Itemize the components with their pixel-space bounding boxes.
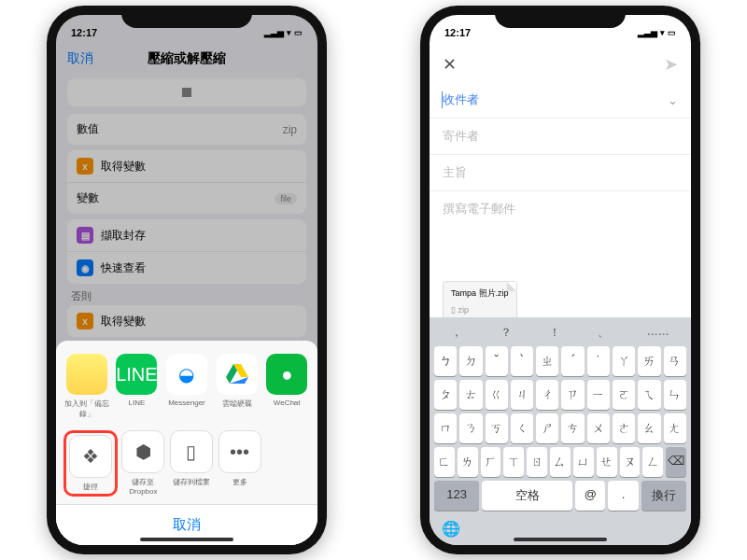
notch bbox=[495, 6, 626, 28]
key-ㄝ[interactable]: ㄝ bbox=[597, 447, 617, 477]
key-ㄆ[interactable]: ㄆ bbox=[434, 380, 457, 410]
key-row-4: ㄈㄌㄏㄒㄖㄙㄩㄝㄡㄥ⌫ bbox=[432, 447, 688, 477]
key-ㄐ[interactable]: ㄐ bbox=[511, 380, 533, 410]
share-more-label: 更多 bbox=[233, 477, 247, 487]
key-row-3: ㄇㄋㄎㄑㄕㄘㄨㄜㄠㄤ bbox=[432, 413, 688, 443]
more-icon: ••• bbox=[218, 430, 261, 473]
key-ㄢ[interactable]: ㄢ bbox=[664, 346, 686, 376]
space-key[interactable]: 空格 bbox=[482, 481, 572, 511]
drive-icon bbox=[217, 354, 258, 395]
key-ㄙ[interactable]: ㄙ bbox=[550, 447, 571, 477]
sugg-2[interactable]: ！ bbox=[549, 325, 560, 341]
share-shortcuts[interactable]: ❖捷徑 bbox=[68, 435, 113, 492]
share-line-label: LINE bbox=[128, 399, 145, 407]
key-ˋ[interactable]: ˋ bbox=[511, 346, 533, 376]
key-ㄍ[interactable]: ㄍ bbox=[486, 380, 508, 410]
globe-icon[interactable]: 🌐 bbox=[442, 521, 460, 537]
key-ㄇ[interactable]: ㄇ bbox=[434, 413, 457, 443]
notch bbox=[121, 6, 252, 28]
share-notes-label: 加入到「備忘錄」 bbox=[64, 399, 109, 419]
notes-icon bbox=[66, 354, 107, 395]
share-line[interactable]: LINELINE bbox=[114, 354, 159, 419]
key-ㄏ[interactable]: ㄏ bbox=[481, 447, 501, 477]
home-indicator[interactable] bbox=[514, 538, 607, 541]
key-ㄗ[interactable]: ㄗ bbox=[561, 380, 584, 410]
key-ˊ[interactable]: ˊ bbox=[561, 346, 584, 376]
phone-left: 12:17 ▂▃▅ ▾ ▭ 取消 壓縮或解壓縮 數值 zip x 取得變數 變數 bbox=[47, 6, 327, 554]
key-ㄡ[interactable]: ㄡ bbox=[620, 447, 641, 477]
share-spacer bbox=[265, 430, 310, 497]
chevron-down-icon[interactable]: ⌄ bbox=[668, 93, 678, 107]
key-ㄈ[interactable]: ㄈ bbox=[434, 447, 455, 477]
to-field[interactable]: 收件者 ⌄ bbox=[430, 82, 691, 119]
key-ㄖ[interactable]: ㄖ bbox=[527, 447, 547, 477]
share-notes[interactable]: 加入到「備忘錄」 bbox=[64, 354, 109, 419]
key-ˇ[interactable]: ˇ bbox=[486, 346, 508, 376]
share-wechat[interactable]: ●WeChat bbox=[264, 354, 309, 419]
share-messenger-label: Messenger bbox=[168, 399, 205, 407]
from-field[interactable]: 寄件者 bbox=[430, 119, 691, 155]
sugg-4[interactable]: …… bbox=[647, 325, 669, 341]
sugg-3[interactable]: 、 bbox=[598, 325, 609, 341]
wifi-icon: ▾ bbox=[660, 28, 665, 37]
dropbox-icon: ⬢ bbox=[121, 430, 164, 473]
subject-field[interactable]: 主旨 bbox=[430, 155, 691, 191]
key-ㄞ[interactable]: ㄞ bbox=[638, 346, 660, 376]
to-label: 收件者 bbox=[443, 92, 479, 106]
key-ㄘ[interactable]: ㄘ bbox=[561, 413, 584, 443]
attachment-chip[interactable]: Tampa 照片.zip ▯ zip bbox=[443, 281, 517, 321]
share-drive-label: 雲端硬碟 bbox=[222, 399, 252, 409]
key-ㄣ[interactable]: ㄣ bbox=[664, 380, 686, 410]
share-files-label: 儲存到檔案 bbox=[173, 477, 210, 487]
share-more[interactable]: •••更多 bbox=[218, 430, 262, 497]
num-key[interactable]: 123 bbox=[434, 481, 479, 511]
key-ㄌ[interactable]: ㄌ bbox=[458, 447, 478, 477]
close-button[interactable]: ✕ bbox=[443, 54, 457, 75]
key-ㄑ[interactable]: ㄑ bbox=[511, 413, 533, 443]
key-row-1: ㄅㄉˇˋㄓˊ˙ㄚㄞㄢ bbox=[432, 346, 688, 376]
share-dropbox[interactable]: ⬢儲存至 Dropbox bbox=[120, 430, 165, 497]
at-key[interactable]: @ bbox=[575, 481, 605, 511]
sugg-0[interactable]: ， bbox=[451, 325, 462, 341]
send-button[interactable]: ➤ bbox=[664, 54, 678, 75]
key-ㄨ[interactable]: ㄨ bbox=[587, 413, 610, 443]
home-indicator[interactable] bbox=[140, 538, 233, 541]
key-ㄤ[interactable]: ㄤ bbox=[664, 413, 686, 443]
key-ㄅ[interactable]: ㄅ bbox=[434, 346, 457, 376]
key-ㄚ[interactable]: ㄚ bbox=[613, 346, 635, 376]
return-key[interactable]: 換行 bbox=[641, 481, 686, 511]
key-ㄉ[interactable]: ㄉ bbox=[459, 346, 482, 376]
shortcuts-highlight: ❖捷徑 bbox=[63, 430, 118, 497]
share-files[interactable]: ▯儲存到檔案 bbox=[169, 430, 214, 497]
body-placeholder: 撰寫電子郵件 bbox=[443, 202, 515, 216]
key-ㄥ[interactable]: ㄥ bbox=[642, 447, 663, 477]
key-ㄛ[interactable]: ㄛ bbox=[613, 380, 635, 410]
key-ㄧ[interactable]: ㄧ bbox=[587, 380, 610, 410]
folder-icon: ▯ bbox=[170, 430, 213, 473]
key-ㄔ[interactable]: ㄔ bbox=[536, 380, 558, 410]
key-ㄜ[interactable]: ㄜ bbox=[613, 413, 635, 443]
shortcuts-icon: ❖ bbox=[69, 435, 112, 478]
key-ㄊ[interactable]: ㄊ bbox=[459, 380, 482, 410]
key-ㄋ[interactable]: ㄋ bbox=[459, 413, 482, 443]
status-icons: ▂▃▅ ▾ ▭ bbox=[638, 28, 676, 37]
key-ㄠ[interactable]: ㄠ bbox=[638, 413, 660, 443]
screen-left: 12:17 ▂▃▅ ▾ ▭ 取消 壓縮或解壓縮 數值 zip x 取得變數 變數 bbox=[56, 15, 317, 545]
globe-row: 🌐 bbox=[432, 514, 688, 539]
key-ㄟ[interactable]: ㄟ bbox=[638, 380, 660, 410]
key-ㄓ[interactable]: ㄓ bbox=[536, 346, 558, 376]
share-drive[interactable]: 雲端硬碟 bbox=[215, 354, 260, 419]
key-ㄒ[interactable]: ㄒ bbox=[503, 447, 524, 477]
attach-type: ▯ zip bbox=[451, 305, 509, 315]
share-messenger[interactable]: ◒Messenger bbox=[164, 354, 209, 419]
key-ㄩ[interactable]: ㄩ bbox=[573, 447, 594, 477]
fold-icon bbox=[507, 282, 516, 291]
dot-key[interactable]: . bbox=[608, 481, 638, 511]
key-ㄎ[interactable]: ㄎ bbox=[486, 413, 508, 443]
backspace-key[interactable]: ⌫ bbox=[666, 447, 686, 477]
sugg-1[interactable]: ？ bbox=[500, 325, 512, 341]
key-ㄕ[interactable]: ㄕ bbox=[536, 413, 558, 443]
body-field[interactable]: 撰寫電子郵件 bbox=[430, 191, 691, 275]
key-˙[interactable]: ˙ bbox=[587, 346, 610, 376]
share-wechat-label: WeChat bbox=[274, 399, 301, 407]
